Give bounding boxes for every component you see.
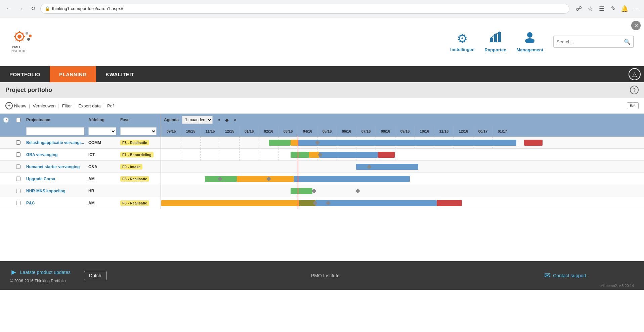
row6-project-link[interactable]: P&C (26, 201, 35, 205)
footer-support-link[interactable]: ✉ Contact support (544, 271, 586, 280)
row5-phase (118, 189, 159, 193)
row4-checkbox-cell[interactable] (12, 177, 24, 181)
gear-icon: ⚙ (457, 32, 468, 46)
new-button[interactable]: + Nieuw (5, 101, 26, 111)
row1-bar-green (269, 140, 291, 146)
row2-bar-blue (319, 152, 378, 158)
edit-icon[interactable]: ✎ (609, 5, 617, 13)
search-box[interactable]: 🔍 (553, 36, 634, 48)
reload-button[interactable]: ↻ (28, 4, 38, 13)
menu-icon[interactable]: ☰ (598, 5, 606, 13)
svg-point-11 (29, 35, 32, 37)
month-select[interactable]: 1 maanden 2 maanden 3 maanden 6 maanden (182, 116, 213, 124)
main-nav: PORTFOLIO PLANNING KWALITEIT △ (0, 66, 644, 82)
select-all-cell[interactable] (12, 118, 24, 122)
svg-text:INSTITUTE: INSTITUTE (11, 49, 27, 53)
row2-checkbox-cell[interactable] (12, 152, 24, 157)
svg-line-9 (16, 40, 17, 41)
row2-phase: F1 - Beoordeling (118, 152, 159, 157)
row6-project-name[interactable]: P&C (24, 201, 86, 205)
help-button[interactable]: ? (630, 86, 639, 94)
dept-filter-select[interactable] (88, 127, 116, 135)
nav-scroll-up-button[interactable]: △ (629, 68, 641, 80)
footer-company: PMO Institute (120, 273, 531, 278)
row3-checkbox-cell[interactable] (12, 164, 24, 169)
export-button[interactable]: Export data (78, 102, 101, 110)
month-02-16: 02/16 (259, 126, 278, 137)
row1-project-link[interactable]: Belastingapplicatie vervangi... (26, 140, 84, 145)
timeline-back-far-button[interactable]: « (216, 117, 222, 123)
row1-checkbox[interactable] (16, 140, 20, 145)
filter-button[interactable]: Filter (62, 102, 72, 110)
row2-bar-red (378, 152, 395, 158)
row3-project-name[interactable]: Humanet starter vervanging (24, 164, 86, 169)
row1-checkbox-cell[interactable] (12, 140, 24, 145)
tab-kwaliteit[interactable]: KWALITEIT (96, 66, 143, 82)
language-button[interactable]: Dutch (84, 271, 106, 280)
row1-project-name[interactable]: Belastingapplicatie vervangi... (24, 140, 86, 145)
phase-filter-select[interactable] (120, 127, 157, 135)
phase-filter-cell[interactable] (118, 127, 159, 135)
rapporten-nav[interactable]: Rapporten (485, 31, 507, 52)
row3-project-link[interactable]: Humanet starter vervanging (26, 164, 80, 169)
close-button[interactable]: ✕ (631, 21, 641, 30)
dept-filter-cell[interactable] (86, 127, 118, 135)
row1-bar-orange (291, 140, 298, 146)
plus-icon: + (5, 102, 13, 109)
search-input[interactable] (557, 39, 624, 44)
gantt-timeline-header: Agenda 1 maanden 2 maanden 3 maanden 6 m… (161, 114, 644, 126)
refresh-button[interactable]: Vernieuwen (33, 102, 56, 110)
project-row-1: Belastingapplicatie vervangi... COMM F3 … (0, 137, 161, 149)
project-row-6: P&C AM F3 - Realisatie (0, 197, 161, 209)
row4-project-name[interactable]: Upgrade Corsa (24, 177, 86, 181)
row4-project-link[interactable]: Upgrade Corsa (26, 177, 55, 181)
row6-checkbox[interactable] (16, 201, 20, 205)
user-icon (524, 31, 536, 46)
row2-project-link[interactable]: GBA vervanging (26, 152, 58, 157)
bell-icon[interactable]: 🔔 (620, 5, 629, 13)
select-all-checkbox[interactable] (16, 118, 20, 122)
copyright-text: © 2006-2016 Thinking Portfolio (10, 279, 71, 283)
reading-list-icon[interactable]: ☍ (575, 5, 583, 13)
row3-checkbox[interactable] (16, 164, 20, 169)
row5-checkbox-cell[interactable] (12, 189, 24, 193)
footer-updates-link[interactable]: ► Laatste product updates (10, 268, 71, 277)
row1-phase-badge: F3 - Realisatie (120, 140, 149, 145)
address-bar[interactable]: 🔒 thinking1.com/portfolio/cardn1.aspx# (40, 4, 569, 14)
back-button[interactable]: ← (4, 4, 13, 13)
svg-rect-17 (498, 32, 501, 42)
portfolio-header: Project portfolio ? (0, 82, 644, 98)
gantt-row-1 (161, 137, 644, 149)
row1-bar-blue (298, 140, 516, 146)
management-nav[interactable]: Management (517, 31, 543, 52)
pdf-button[interactable]: Pdf (107, 102, 114, 110)
arrow-icon: ► (10, 268, 17, 277)
row2-checkbox[interactable] (16, 152, 20, 157)
gantt-column-headers: 🕐 Projectnaam Afdeling Fase (0, 114, 161, 126)
content-empty-area (0, 209, 644, 261)
row5-project-link[interactable]: NHR-MKS koppeling (26, 189, 66, 193)
row2-project-name[interactable]: GBA vervanging (24, 152, 86, 157)
bookmark-icon[interactable]: ☆ (586, 5, 594, 13)
month-07-16: 07/16 (356, 126, 376, 137)
month-05-16: 05/16 (317, 126, 337, 137)
row6-checkbox-cell[interactable] (12, 201, 24, 205)
timeline-today-button[interactable]: ◆ (225, 117, 229, 123)
header-right: ⚙ Instellingen Rapporten (450, 31, 634, 52)
forward-button[interactable]: → (16, 4, 26, 13)
more-icon[interactable]: ⋯ (632, 5, 640, 13)
row5-checkbox[interactable] (16, 189, 20, 193)
tab-portfolio[interactable]: PORTFOLIO (0, 66, 50, 82)
timeline-forward-far-button[interactable]: » (232, 117, 238, 123)
app-header: PMO INSTITUTE ⚙ Instellingen Rap (0, 17, 644, 66)
project-filter-input[interactable] (26, 127, 84, 135)
row5-project-name[interactable]: NHR-MKS koppeling (24, 189, 86, 193)
row4-checkbox[interactable] (16, 177, 20, 181)
tab-planning[interactable]: PLANNING (50, 66, 96, 82)
instellingen-nav[interactable]: ⚙ Instellingen (450, 32, 474, 52)
search-icon[interactable]: 🔍 (624, 39, 631, 45)
updates-label: Laatste product updates (20, 270, 71, 275)
phase-col-header: Fase (118, 117, 159, 122)
project-filter-cell[interactable] (24, 127, 86, 135)
gantt-row-6 (161, 197, 644, 209)
